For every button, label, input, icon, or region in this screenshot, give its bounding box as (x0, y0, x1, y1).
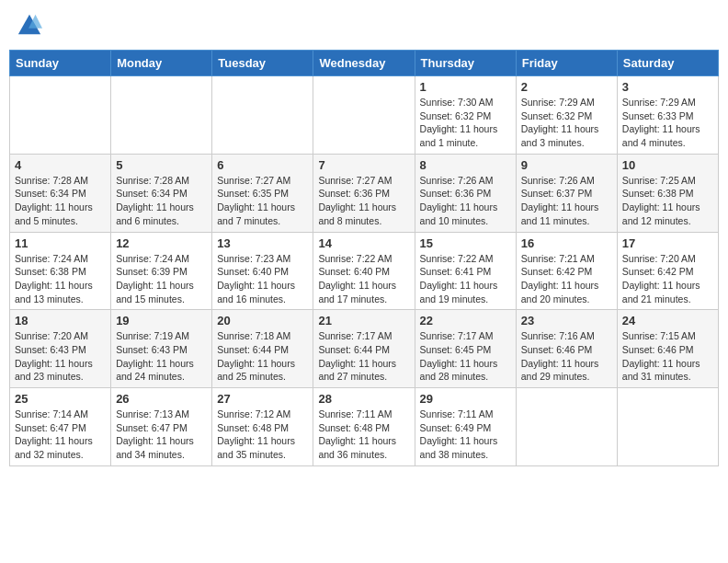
calendar-cell: 2Sunrise: 7:29 AM Sunset: 6:32 PM Daylig… (516, 76, 617, 155)
day-number: 26 (116, 392, 207, 406)
day-number: 22 (420, 314, 511, 327)
day-info: Sunrise: 7:26 AM Sunset: 6:37 PM Dayligh… (521, 174, 612, 228)
calendar-cell: 28Sunrise: 7:11 AM Sunset: 6:48 PM Dayli… (313, 388, 415, 466)
logo-icon (17, 13, 42, 39)
calendar-cell: 19Sunrise: 7:19 AM Sunset: 6:43 PM Dayli… (111, 310, 212, 388)
calendar-cell: 20Sunrise: 7:18 AM Sunset: 6:44 PM Dayli… (212, 310, 313, 388)
day-info: Sunrise: 7:29 AM Sunset: 6:32 PM Dayligh… (521, 96, 612, 150)
calendar-cell: 6Sunrise: 7:27 AM Sunset: 6:35 PM Daylig… (212, 154, 313, 232)
day-number: 17 (622, 236, 713, 250)
calendar-week-row: 25Sunrise: 7:14 AM Sunset: 6:47 PM Dayli… (10, 388, 719, 466)
day-number: 8 (420, 158, 511, 172)
calendar-cell: 9Sunrise: 7:26 AM Sunset: 6:37 PM Daylig… (516, 154, 617, 232)
logo (17, 13, 46, 39)
calendar-cell: 25Sunrise: 7:14 AM Sunset: 6:47 PM Dayli… (10, 388, 111, 466)
dow-header: Thursday (415, 51, 516, 76)
day-info: Sunrise: 7:30 AM Sunset: 6:32 PM Dayligh… (420, 96, 511, 150)
day-number: 10 (622, 158, 713, 172)
days-of-week-row: SundayMondayTuesdayWednesdayThursdayFrid… (10, 51, 719, 76)
calendar-cell: 22Sunrise: 7:17 AM Sunset: 6:45 PM Dayli… (415, 310, 516, 388)
dow-header: Saturday (617, 51, 718, 76)
day-number: 28 (318, 392, 409, 406)
day-info: Sunrise: 7:27 AM Sunset: 6:35 PM Dayligh… (217, 174, 308, 228)
day-info: Sunrise: 7:24 AM Sunset: 6:39 PM Dayligh… (116, 252, 207, 306)
day-info: Sunrise: 7:20 AM Sunset: 6:42 PM Dayligh… (622, 252, 713, 306)
day-info: Sunrise: 7:21 AM Sunset: 6:42 PM Dayligh… (521, 252, 612, 306)
day-info: Sunrise: 7:22 AM Sunset: 6:41 PM Dayligh… (420, 252, 511, 306)
dow-header: Sunday (10, 51, 111, 76)
day-number: 11 (15, 236, 106, 250)
calendar-cell: 29Sunrise: 7:11 AM Sunset: 6:49 PM Dayli… (415, 388, 516, 466)
day-number: 15 (420, 236, 511, 250)
calendar-cell (516, 388, 617, 466)
calendar-cell: 26Sunrise: 7:13 AM Sunset: 6:47 PM Dayli… (111, 388, 212, 466)
calendar-cell: 24Sunrise: 7:15 AM Sunset: 6:46 PM Dayli… (617, 310, 718, 388)
day-info: Sunrise: 7:23 AM Sunset: 6:40 PM Dayligh… (217, 252, 308, 306)
calendar-cell: 8Sunrise: 7:26 AM Sunset: 6:36 PM Daylig… (415, 154, 516, 232)
day-info: Sunrise: 7:28 AM Sunset: 6:34 PM Dayligh… (116, 174, 207, 228)
calendar-cell: 11Sunrise: 7:24 AM Sunset: 6:38 PM Dayli… (10, 232, 111, 310)
day-info: Sunrise: 7:20 AM Sunset: 6:43 PM Dayligh… (15, 329, 106, 384)
calendar-table: SundayMondayTuesdayWednesdayThursdayFrid… (9, 50, 719, 466)
day-number: 4 (15, 158, 106, 172)
dow-header: Monday (111, 51, 212, 76)
calendar-week-row: 1Sunrise: 7:30 AM Sunset: 6:32 PM Daylig… (10, 76, 719, 155)
day-info: Sunrise: 7:14 AM Sunset: 6:47 PM Dayligh… (15, 408, 106, 462)
day-number: 24 (622, 314, 713, 327)
dow-header: Friday (516, 51, 617, 76)
calendar-cell: 13Sunrise: 7:23 AM Sunset: 6:40 PM Dayli… (212, 232, 313, 310)
day-number: 19 (116, 314, 207, 327)
calendar-cell (313, 76, 415, 155)
day-info: Sunrise: 7:17 AM Sunset: 6:44 PM Dayligh… (318, 329, 409, 384)
day-info: Sunrise: 7:17 AM Sunset: 6:45 PM Dayligh… (420, 329, 511, 384)
day-number: 18 (15, 314, 106, 327)
calendar-cell (10, 76, 111, 155)
day-number: 21 (318, 314, 409, 327)
day-number: 20 (217, 314, 308, 327)
day-info: Sunrise: 7:28 AM Sunset: 6:34 PM Dayligh… (15, 174, 106, 228)
calendar-cell: 21Sunrise: 7:17 AM Sunset: 6:44 PM Dayli… (313, 310, 415, 388)
day-info: Sunrise: 7:12 AM Sunset: 6:48 PM Dayligh… (217, 408, 308, 462)
day-info: Sunrise: 7:11 AM Sunset: 6:48 PM Dayligh… (318, 408, 409, 462)
day-number: 5 (116, 158, 207, 172)
calendar-body: 1Sunrise: 7:30 AM Sunset: 6:32 PM Daylig… (10, 76, 719, 466)
calendar-cell (617, 388, 718, 466)
calendar-cell: 3Sunrise: 7:29 AM Sunset: 6:33 PM Daylig… (617, 76, 718, 155)
calendar-cell: 10Sunrise: 7:25 AM Sunset: 6:38 PM Dayli… (617, 154, 718, 232)
day-number: 12 (116, 236, 207, 250)
calendar-week-row: 11Sunrise: 7:24 AM Sunset: 6:38 PM Dayli… (10, 232, 719, 310)
calendar-cell: 15Sunrise: 7:22 AM Sunset: 6:41 PM Dayli… (415, 232, 516, 310)
day-info: Sunrise: 7:11 AM Sunset: 6:49 PM Dayligh… (420, 408, 511, 462)
day-number: 23 (521, 314, 612, 327)
calendar-cell (212, 76, 313, 155)
day-info: Sunrise: 7:29 AM Sunset: 6:33 PM Dayligh… (622, 96, 713, 150)
calendar-cell: 7Sunrise: 7:27 AM Sunset: 6:36 PM Daylig… (313, 154, 415, 232)
day-info: Sunrise: 7:27 AM Sunset: 6:36 PM Dayligh… (318, 174, 409, 228)
day-number: 7 (318, 158, 409, 172)
day-number: 3 (622, 80, 713, 94)
day-number: 27 (217, 392, 308, 406)
day-info: Sunrise: 7:16 AM Sunset: 6:46 PM Dayligh… (521, 329, 612, 384)
day-info: Sunrise: 7:19 AM Sunset: 6:43 PM Dayligh… (116, 329, 207, 384)
dow-header: Wednesday (313, 51, 415, 76)
calendar-cell: 23Sunrise: 7:16 AM Sunset: 6:46 PM Dayli… (516, 310, 617, 388)
day-info: Sunrise: 7:25 AM Sunset: 6:38 PM Dayligh… (622, 174, 713, 228)
calendar-cell: 16Sunrise: 7:21 AM Sunset: 6:42 PM Dayli… (516, 232, 617, 310)
page-header (9, 9, 719, 42)
calendar-week-row: 4Sunrise: 7:28 AM Sunset: 6:34 PM Daylig… (10, 154, 719, 232)
calendar-cell: 17Sunrise: 7:20 AM Sunset: 6:42 PM Dayli… (617, 232, 718, 310)
calendar-cell: 5Sunrise: 7:28 AM Sunset: 6:34 PM Daylig… (111, 154, 212, 232)
day-number: 14 (318, 236, 409, 250)
day-info: Sunrise: 7:15 AM Sunset: 6:46 PM Dayligh… (622, 329, 713, 384)
day-number: 25 (15, 392, 106, 406)
calendar-cell: 12Sunrise: 7:24 AM Sunset: 6:39 PM Dayli… (111, 232, 212, 310)
day-info: Sunrise: 7:22 AM Sunset: 6:40 PM Dayligh… (318, 252, 409, 306)
day-info: Sunrise: 7:24 AM Sunset: 6:38 PM Dayligh… (15, 252, 106, 306)
day-number: 29 (420, 392, 511, 406)
day-number: 13 (217, 236, 308, 250)
calendar-cell: 1Sunrise: 7:30 AM Sunset: 6:32 PM Daylig… (415, 76, 516, 155)
calendar-cell: 14Sunrise: 7:22 AM Sunset: 6:40 PM Dayli… (313, 232, 415, 310)
day-info: Sunrise: 7:18 AM Sunset: 6:44 PM Dayligh… (217, 329, 308, 384)
day-number: 2 (521, 80, 612, 94)
dow-header: Tuesday (212, 51, 313, 76)
